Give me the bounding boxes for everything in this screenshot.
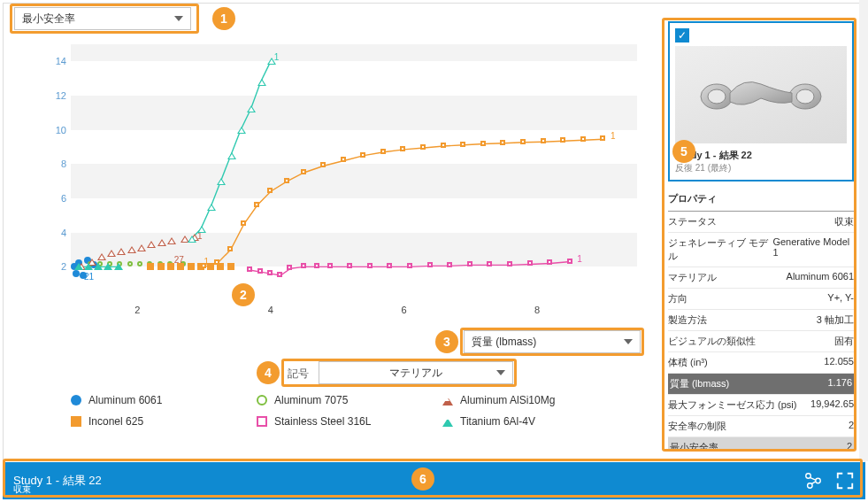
data-point[interactable] [257, 268, 263, 274]
data-point[interactable] [567, 259, 572, 264]
data-point[interactable] [360, 152, 365, 158]
data-point[interactable] [107, 250, 116, 257]
data-point[interactable] [387, 263, 392, 268]
data-point[interactable] [541, 138, 546, 143]
data-point[interactable] [407, 263, 412, 268]
data-point[interactable] [500, 140, 505, 145]
data-point[interactable] [301, 169, 306, 174]
yaxis-dropdown[interactable]: 最小安全率 [14, 7, 191, 30]
property-value: Generative Model 1 [772, 236, 854, 263]
property-value: 2 [847, 441, 852, 449]
data-point[interactable] [217, 178, 226, 185]
data-point[interactable] [227, 246, 233, 251]
data-point[interactable] [94, 263, 103, 270]
data-label: 1 [577, 254, 582, 264]
legend-item[interactable]: Aluminum 6061 [71, 394, 230, 406]
data-point[interactable] [580, 136, 586, 142]
compare-icon[interactable] [803, 471, 823, 490]
chevron-down-icon [624, 339, 633, 344]
xaxis-dropdown[interactable]: 質量 (lbmass) [464, 330, 641, 353]
legend-item[interactable]: Aluminum 7075 [257, 394, 416, 406]
data-point[interactable] [487, 261, 492, 266]
data-point[interactable] [214, 259, 219, 265]
data-point[interactable] [267, 270, 273, 275]
data-point[interactable] [420, 144, 426, 150]
data-point[interactable] [367, 263, 373, 268]
data-point[interactable] [341, 157, 346, 162]
vertical-scrollbar[interactable] [859, 0, 868, 461]
data-point[interactable] [327, 263, 333, 268]
data-point[interactable] [167, 237, 176, 244]
data-point[interactable] [247, 105, 256, 112]
data-point[interactable] [137, 244, 146, 251]
data-point[interactable] [600, 135, 605, 141]
data-point[interactable] [188, 263, 195, 270]
legend-item[interactable]: Titanium 6Al-4V [442, 415, 602, 428]
data-point[interactable] [127, 246, 136, 253]
data-point[interactable] [237, 127, 246, 134]
x-tick: 8 [534, 305, 540, 315]
data-point[interactable] [427, 262, 433, 267]
data-point[interactable] [207, 204, 216, 211]
legend-label: Titanium 6Al-4V [460, 415, 535, 428]
data-point[interactable] [520, 139, 526, 144]
data-point[interactable] [73, 270, 80, 277]
data-point[interactable] [177, 263, 184, 270]
data-point[interactable] [97, 253, 106, 260]
data-point[interactable] [147, 263, 154, 270]
data-point[interactable] [241, 220, 246, 226]
chevron-down-icon [496, 370, 505, 375]
data-point[interactable] [547, 259, 552, 265]
detail-panel: ✓ Study 1 - 結果 22 反復 21 (最終) プロパティ ステータス… [668, 21, 854, 449]
data-point[interactable] [447, 262, 452, 267]
data-point[interactable] [441, 143, 446, 148]
data-point[interactable] [74, 263, 83, 270]
data-point[interactable] [201, 263, 206, 268]
result-thumbnail-card[interactable]: ✓ Study 1 - 結果 22 反復 21 (最終) [668, 21, 854, 181]
data-point[interactable] [104, 263, 112, 270]
data-point[interactable] [257, 79, 266, 86]
data-point[interactable] [380, 149, 386, 154]
data-point[interactable] [167, 263, 174, 270]
data-point[interactable] [460, 142, 465, 147]
data-point[interactable] [84, 263, 93, 270]
data-point[interactable] [157, 239, 166, 246]
chart-plot[interactable]: 212711111 [71, 44, 637, 301]
data-point[interactable] [157, 263, 165, 270]
thumbnail-checkbox[interactable]: ✓ [675, 28, 689, 42]
data-point[interactable] [254, 202, 259, 207]
data-point[interactable] [527, 260, 533, 266]
properties-header: プロパティ [668, 187, 854, 212]
data-point[interactable] [247, 266, 252, 272]
data-point[interactable] [467, 261, 472, 266]
data-point[interactable] [117, 248, 126, 255]
property-row: マテリアルAluminum 6061 [668, 267, 854, 289]
annotation-badge-1: 1 [212, 7, 235, 30]
data-point[interactable] [147, 241, 156, 248]
data-point[interactable] [227, 263, 234, 270]
data-point[interactable] [560, 137, 565, 143]
data-point[interactable] [277, 272, 282, 277]
data-point[interactable] [400, 146, 405, 151]
data-point[interactable] [197, 226, 206, 233]
symbol-dropdown[interactable]: マテリアル [319, 361, 513, 384]
data-point[interactable] [301, 263, 306, 268]
data-point[interactable] [320, 162, 326, 167]
data-point[interactable] [227, 152, 236, 159]
data-point[interactable] [267, 188, 273, 193]
data-point[interactable] [188, 236, 196, 243]
legend-item[interactable]: Aluminum AlSi10Mg [442, 394, 602, 406]
expand-icon[interactable] [835, 471, 855, 490]
data-point[interactable] [287, 265, 292, 270]
data-point[interactable] [284, 178, 289, 183]
legend-item[interactable]: Stainless Steel 316L [257, 415, 416, 428]
data-point[interactable] [347, 263, 352, 268]
y-tick: 14 [49, 56, 66, 66]
data-point[interactable] [114, 263, 123, 270]
y-tick: 8 [49, 158, 66, 169]
legend-item[interactable]: Inconel 625 [71, 415, 230, 428]
data-point[interactable] [314, 263, 319, 268]
data-point[interactable] [480, 141, 486, 146]
x-tick: 4 [268, 305, 273, 315]
data-point[interactable] [507, 261, 512, 266]
